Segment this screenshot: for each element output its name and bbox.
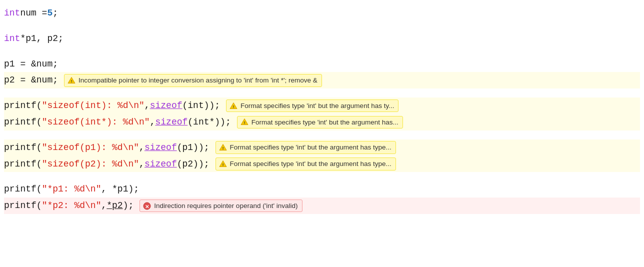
number-5: 5 xyxy=(47,6,52,20)
error-badge-1: ✕ Indirection requires pointer operand (… xyxy=(140,200,302,212)
warning-icon-4: ! xyxy=(219,144,227,152)
string-literal-6: "*p2: %d\n" xyxy=(42,198,102,213)
string-literal-3: "sizeof(p1): %d\n" xyxy=(42,140,139,155)
svg-text:!: ! xyxy=(244,120,245,125)
code-text: , xyxy=(139,140,144,155)
code-text: *p1, p2; xyxy=(20,32,63,46)
code-line-6: printf("sizeof(int*): %d\n", sizeof(int*… xyxy=(4,114,640,130)
code-text: (p2)); xyxy=(177,157,210,172)
code-editor: int num = 5; int *p1, p2; p1 = &num; p2 … xyxy=(4,5,640,214)
keyword-int-2: int xyxy=(4,32,20,46)
code-text: (int)); xyxy=(182,98,220,113)
code-line-7: printf("sizeof(p1): %d\n", sizeof(p1)); … xyxy=(4,140,640,156)
warning-text-3: Format specifies type 'int' but the argu… xyxy=(252,117,398,128)
spacer-1 xyxy=(4,22,640,30)
code-text: (p1)); xyxy=(177,140,210,155)
code-text: printf( xyxy=(4,98,42,113)
spacer-3 xyxy=(4,88,640,98)
code-text: , *p1); xyxy=(101,182,139,196)
code-line-4: p2 = &num; ! Incompatible pointer to int… xyxy=(4,72,640,88)
code-text: p1 = &num; xyxy=(4,57,58,72)
keyword-sizeof-3: sizeof xyxy=(144,140,177,155)
warning-text-1: Incompatible pointer to integer conversi… xyxy=(78,75,318,86)
code-text: ); xyxy=(123,198,134,213)
svg-text:!: ! xyxy=(222,162,224,167)
code-text: , xyxy=(139,157,144,172)
string-literal-1: "sizeof(int): %d\n" xyxy=(42,98,144,113)
code-text: , xyxy=(150,115,156,130)
spacer-4 xyxy=(4,130,640,140)
svg-text:!: ! xyxy=(222,146,224,150)
code-line-10: printf("*p2: %d\n", *p2); ✕ Indirection … xyxy=(4,198,640,214)
warning-icon-3: ! xyxy=(240,118,248,126)
code-text: printf( xyxy=(4,182,42,196)
code-line-3: p1 = &num; xyxy=(4,56,640,72)
code-line-2: int *p1, p2; xyxy=(4,30,640,47)
keyword-sizeof-1: sizeof xyxy=(150,98,182,113)
warning-badge-2: ! Format specifies type 'int' but the ar… xyxy=(226,100,398,112)
svg-text:!: ! xyxy=(233,104,234,109)
code-text: printf( xyxy=(4,140,42,155)
code-line-8: printf("sizeof(p2): %d\n", sizeof(p2)); … xyxy=(4,156,640,172)
svg-text:!: ! xyxy=(71,79,72,84)
code-text: printf( xyxy=(4,115,42,130)
code-text: printf( xyxy=(4,157,42,172)
spacer-5 xyxy=(4,172,640,181)
string-literal-5: "*p1: %d\n" xyxy=(42,182,102,196)
string-literal-4: "sizeof(p2): %d\n" xyxy=(42,157,139,172)
warning-text-4: Format specifies type 'int' but the argu… xyxy=(230,142,392,153)
warning-badge-4: ! Format specifies type 'int' but the ar… xyxy=(216,141,396,154)
code-text: p2 = &num; xyxy=(4,73,58,88)
error-icon-1: ✕ xyxy=(143,202,151,210)
warning-text-5: Format specifies type 'int' but the argu… xyxy=(230,158,392,170)
code-line-5: printf("sizeof(int): %d\n", sizeof(int))… xyxy=(4,98,640,114)
warning-icon-1: ! xyxy=(68,76,76,84)
warning-icon-5: ! xyxy=(219,160,227,168)
keyword-int-1: int xyxy=(4,6,20,20)
code-text: num = xyxy=(20,6,47,20)
warning-badge-5: ! Format specifies type 'int' but the ar… xyxy=(216,158,396,170)
error-text-1: Indirection requires pointer operand ('i… xyxy=(154,200,298,212)
string-literal-2: "sizeof(int*): %d\n" xyxy=(42,115,150,130)
code-text: printf( xyxy=(4,198,42,213)
warning-badge-1: ! Incompatible pointer to integer conver… xyxy=(64,74,322,87)
warning-badge-3: ! Format specifies type 'int' but the ar… xyxy=(237,116,403,129)
warning-text-2: Format specifies type 'int' but the argu… xyxy=(240,100,394,112)
warning-icon-2: ! xyxy=(230,102,238,110)
spacer-2 xyxy=(4,47,640,56)
keyword-sizeof-4: sizeof xyxy=(144,157,177,172)
keyword-sizeof-2: sizeof xyxy=(155,115,188,130)
code-line-1: int num = 5; xyxy=(4,5,640,22)
code-text: ; xyxy=(52,6,58,20)
code-text: , xyxy=(144,98,150,113)
code-line-9: printf("*p1: %d\n", *p1); xyxy=(4,181,640,198)
svg-text:✕: ✕ xyxy=(145,204,149,209)
underlined-p2: *p2 xyxy=(106,198,122,213)
code-text: (int*)); xyxy=(188,115,230,130)
code-text: , xyxy=(101,198,106,213)
